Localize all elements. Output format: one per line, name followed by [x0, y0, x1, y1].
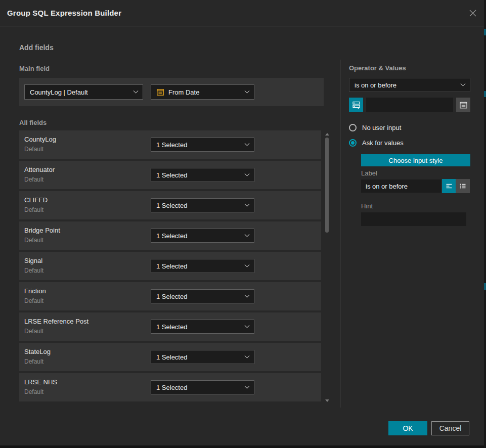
main-field-select-value: From Date	[168, 88, 241, 96]
value-type-button[interactable]	[349, 98, 363, 112]
field-subtitle: Default	[24, 267, 43, 274]
field-row: Attenuator Default 1 Selected	[19, 161, 321, 189]
calendar-icon	[459, 101, 468, 109]
all-fields-heading: All fields	[19, 119, 47, 126]
field-select-value: 1 Selected	[156, 353, 241, 361]
close-button[interactable]	[468, 8, 478, 18]
field-subtitle: Default	[24, 206, 43, 213]
align-left-icon	[445, 182, 453, 190]
chevron-down-icon	[245, 383, 250, 388]
field-row: Friction Default 1 Selected	[19, 282, 321, 310]
field-values-select[interactable]: 1 Selected	[151, 380, 254, 394]
field-select-value: 1 Selected	[156, 262, 241, 270]
group-sql-expression-builder-dialog: Group SQL Expression Builder Add fields …	[0, 0, 484, 445]
background-accent-fragment	[484, 91, 486, 97]
field-select-value: 1 Selected	[156, 323, 241, 331]
field-name: StateLog	[24, 348, 51, 355]
chevron-down-icon	[245, 262, 250, 267]
all-fields-list: CountyLog Default 1 Selected Attenuator …	[19, 130, 321, 404]
chevron-down-icon	[245, 171, 250, 176]
field-values-select[interactable]: 1 Selected	[151, 350, 254, 364]
operator-select[interactable]: is on or before	[349, 78, 470, 92]
field-select-value: 1 Selected	[156, 141, 241, 149]
main-layer-select-value: CountyLog | Default	[30, 88, 130, 96]
field-row: LRSE NHS Default 1 Selected	[19, 373, 321, 401]
field-row: CLIFED Default 1 Selected	[19, 191, 321, 219]
field-values-select[interactable]: 1 Selected	[151, 229, 254, 243]
value-calendar-button[interactable]	[456, 98, 470, 112]
close-icon	[469, 9, 477, 17]
field-select-value: 1 Selected	[156, 232, 241, 240]
cancel-button[interactable]: Cancel	[431, 421, 469, 435]
field-row: Bridge Point Default 1 Selected	[19, 221, 321, 250]
calendar-icon	[156, 88, 164, 96]
radio-ask-for-values[interactable]: Ask for values	[349, 139, 404, 147]
radio-icon	[349, 124, 357, 131]
single-line-style-button[interactable]	[442, 179, 456, 193]
label-caption: Label	[361, 169, 377, 177]
scrollbar-down-arrow[interactable]	[325, 399, 329, 402]
operator-select-value: is on or before	[355, 81, 457, 89]
field-subtitle: Default	[24, 146, 43, 153]
scrollbar-up-arrow[interactable]	[325, 133, 329, 136]
chevron-down-icon	[134, 88, 139, 93]
list-style-button[interactable]	[456, 179, 470, 193]
bulleted-list-icon	[459, 182, 467, 190]
chevron-down-icon	[245, 201, 250, 206]
field-values-select[interactable]: 1 Selected	[151, 259, 254, 273]
field-values-select[interactable]: 1 Selected	[151, 289, 254, 303]
field-subtitle: Default	[24, 358, 43, 365]
main-layer-select[interactable]: CountyLog | Default	[24, 84, 143, 100]
field-name: CountyLog	[24, 136, 56, 143]
field-row: StateLog Default 1 Selected	[19, 343, 321, 371]
ok-button[interactable]: OK	[388, 421, 427, 435]
choose-input-style-button[interactable]: Choose input style	[361, 154, 470, 166]
add-fields-heading: Add fields	[19, 43, 54, 52]
chevron-down-icon	[245, 141, 250, 146]
background-page-edge	[484, 0, 486, 448]
main-field-select[interactable]: From Date	[151, 84, 254, 100]
chevron-down-icon	[245, 353, 250, 358]
field-row: CountyLog Default 1 Selected	[19, 130, 321, 159]
panel-divider	[340, 60, 340, 408]
field-name: LRSE NHS	[24, 378, 57, 386]
field-name: LRSE Reference Post	[24, 318, 89, 325]
chevron-down-icon	[245, 88, 250, 93]
hint-input[interactable]	[361, 212, 466, 226]
chevron-down-icon	[245, 232, 250, 237]
field-subtitle: Default	[24, 328, 43, 335]
hint-caption: Hint	[361, 202, 373, 210]
field-subtitle: Default	[24, 297, 43, 304]
field-name: CLIFED	[24, 196, 48, 204]
background-accent-fragment	[484, 283, 486, 290]
label-input[interactable]	[361, 180, 441, 193]
background-accent-fragment	[484, 29, 486, 35]
field-values-select[interactable]: 1 Selected	[151, 138, 254, 152]
radio-label: No user input	[362, 124, 401, 131]
field-name: Bridge Point	[24, 227, 60, 234]
operator-values-heading: Operator & Values	[349, 64, 406, 72]
field-subtitle: Default	[24, 176, 43, 183]
field-subtitle: Default	[24, 237, 43, 244]
field-subtitle: Default	[24, 388, 43, 395]
main-field-card: CountyLog | Default From Date	[19, 78, 324, 106]
radio-icon-selected	[349, 139, 357, 147]
field-values-select[interactable]: 1 Selected	[151, 168, 254, 182]
value-input[interactable]	[366, 98, 453, 112]
field-row: Signal Default 1 Selected	[19, 252, 321, 280]
scrollbar-thumb[interactable]	[325, 138, 329, 233]
field-values-select[interactable]: 1 Selected	[151, 320, 254, 334]
field-values-select[interactable]: 1 Selected	[151, 198, 254, 212]
field-select-value: 1 Selected	[156, 384, 241, 391]
field-row: LRSE Reference Post Default 1 Selected	[19, 312, 321, 341]
main-field-heading: Main field	[19, 65, 50, 72]
list-values-icon	[352, 101, 361, 109]
radio-label: Ask for values	[362, 139, 404, 147]
field-select-value: 1 Selected	[156, 202, 241, 209]
chevron-down-icon	[245, 323, 250, 328]
chevron-down-icon	[461, 81, 466, 86]
chevron-down-icon	[245, 292, 250, 297]
radio-no-user-input[interactable]: No user input	[349, 124, 401, 131]
field-select-value: 1 Selected	[156, 171, 241, 179]
field-name: Friction	[24, 287, 46, 295]
